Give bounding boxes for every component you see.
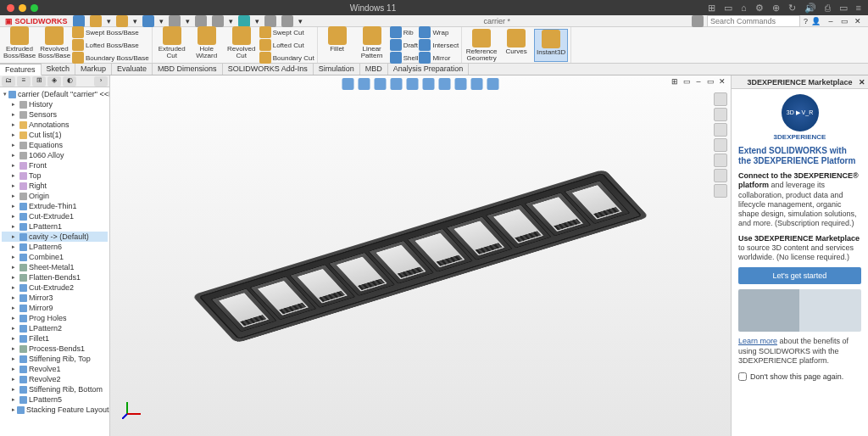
lofted-boss-button[interactable]: Lofted Boss/Base (72, 39, 149, 51)
tree-node[interactable]: ▸Cut list(1) (2, 130, 108, 140)
tree-node[interactable]: ▸LPattern6 (2, 242, 108, 252)
mp-get-started-button[interactable]: Let's get started (738, 267, 861, 284)
fillet-button[interactable]: Fillet (320, 26, 354, 64)
tab-markup[interactable]: Markup (75, 64, 112, 75)
home-icon[interactable] (73, 15, 85, 27)
tree-node[interactable]: ▸History (2, 99, 108, 109)
hole-wizard-button[interactable]: Hole Wizard (190, 26, 224, 64)
zoom-fit-icon[interactable] (342, 78, 354, 90)
tree-node[interactable]: ▸Cut-Extrude2 (2, 282, 108, 293)
fm-tab-tree-icon[interactable]: 🗂 (2, 76, 15, 87)
mac-icon[interactable]: ↻ (788, 3, 796, 14)
mac-icon[interactable]: ≡ (856, 3, 861, 14)
minimize-button[interactable]: – (826, 17, 836, 25)
rib-button[interactable]: Rib (390, 26, 419, 38)
save-icon[interactable] (142, 15, 154, 27)
vp-min-icon[interactable]: – (693, 77, 704, 87)
tree-node[interactable]: ▸1060 Alloy (2, 150, 108, 160)
tree-node[interactable]: ▸Revolve1 (2, 364, 108, 374)
tree-node[interactable]: ▸Process-Bends1 (2, 344, 108, 354)
tree-node[interactable]: ▸Stiffening Rib, Top (2, 354, 108, 364)
tree-node[interactable]: ▸Flatten-Bends1 (2, 272, 108, 282)
tree-node[interactable]: ▸Extrude-Thin1 (2, 201, 108, 211)
boundary-boss-button[interactable]: Boundary Boss/Base (72, 52, 149, 64)
tree-node[interactable]: ▸Front (2, 160, 108, 170)
tree-node[interactable]: ▸Mirror9 (2, 303, 108, 313)
max-dot[interactable] (31, 4, 38, 12)
new-icon[interactable] (90, 15, 102, 27)
tp-design-lib-icon[interactable] (714, 108, 727, 121)
tab-simulation[interactable]: Simulation (314, 64, 360, 75)
tree-node[interactable]: ▸Origin (2, 191, 108, 201)
restore-button[interactable]: ▭ (839, 17, 849, 25)
tree-node[interactable]: ▸cavity -> (Default) (2, 232, 108, 242)
tree-node[interactable]: ▸Right (2, 181, 108, 191)
curves-button[interactable]: Curves (499, 29, 533, 62)
tree-node[interactable]: ▸Prog Holes (2, 313, 108, 323)
tree-node[interactable]: ▸Sensors (2, 109, 108, 120)
tab-analysis[interactable]: Analysis Preparation (388, 64, 470, 75)
apply-scene-icon[interactable] (471, 78, 483, 90)
tree-node[interactable]: ▸Fillet1 (2, 333, 108, 344)
fm-tab-dim-icon[interactable]: ◈ (47, 76, 61, 87)
mp-checkbox[interactable] (738, 372, 747, 381)
mac-icon[interactable]: ⊕ (772, 3, 780, 14)
print-icon[interactable] (169, 15, 181, 27)
tp-forum-icon[interactable] (714, 184, 727, 198)
tree-node[interactable]: ▸Combine1 (2, 252, 108, 262)
tab-sketch[interactable]: Sketch (42, 64, 76, 75)
tree-node[interactable]: ▸Stacking Feature Layout (2, 405, 108, 415)
fm-tab-expand-icon[interactable]: › (94, 76, 108, 87)
feature-tree[interactable]: ▾carrier (Default "carrier" <<Default>..… (0, 87, 109, 436)
tree-node[interactable]: ▸LPattern1 (2, 221, 108, 232)
prev-view-icon[interactable] (375, 78, 387, 90)
mirror-button[interactable]: Mirror (419, 52, 459, 64)
mac-icon[interactable]: ⚙ (755, 3, 764, 14)
tree-node[interactable]: ▸Sheet-Metal1 (2, 262, 108, 272)
swept-boss-button[interactable]: Swept Boss/Base (72, 26, 149, 38)
graphics-viewport[interactable]: ⊞ ▭ – ▭ ✕ (110, 75, 731, 436)
boundary-cut-button[interactable]: Boundary Cut (259, 52, 314, 64)
edit-appearance-icon[interactable] (455, 78, 467, 90)
vp-close-icon[interactable]: ✕ (717, 77, 727, 87)
open-icon[interactable] (116, 15, 128, 27)
tab-mbd[interactable]: MBD (360, 64, 388, 75)
tab-evaluate[interactable]: Evaluate (112, 64, 153, 75)
zoom-area-icon[interactable] (359, 78, 370, 90)
vp-split-icon[interactable]: ⊞ (670, 77, 680, 87)
tree-node[interactable]: ▸LPattern2 (2, 323, 108, 333)
close-button[interactable]: ✕ (853, 17, 863, 25)
mac-icon[interactable]: ⌂ (741, 3, 747, 14)
mac-icon[interactable]: ⎙ (825, 3, 831, 14)
tree-node[interactable]: ▸Equations (2, 140, 108, 150)
display-style-icon[interactable] (423, 78, 435, 90)
fm-tab-display-icon[interactable]: ◐ (63, 76, 76, 87)
section-view-icon[interactable] (391, 78, 403, 90)
wrap-button[interactable]: Wrap (419, 26, 459, 38)
mac-icon[interactable]: ▭ (724, 3, 732, 14)
tree-node[interactable]: ▸Cut-Extrude1 (2, 211, 108, 221)
mp-dont-show-check[interactable]: Don't show this page again. (738, 372, 861, 381)
tab-features[interactable]: Features (0, 64, 42, 75)
draft-button[interactable]: Draft (390, 39, 419, 51)
mac-icon[interactable]: ⊞ (708, 3, 715, 14)
tree-node[interactable]: ▸Top (2, 170, 108, 181)
tp-view-palette-icon[interactable] (714, 138, 727, 152)
revolved-boss-button[interactable]: Revolved Boss/Base (37, 26, 71, 64)
swept-cut-button[interactable]: Swept Cut (259, 26, 314, 38)
redo-icon[interactable] (212, 15, 224, 27)
extruded-cut-button[interactable]: Extruded Cut (155, 26, 189, 64)
mac-icon[interactable]: ▭ (839, 3, 848, 14)
mp-learn-more-link[interactable]: Learn more (738, 337, 777, 345)
min-dot[interactable] (19, 4, 26, 12)
mp-close-button[interactable]: ✕ (859, 78, 865, 87)
view-orient-icon[interactable] (407, 78, 419, 90)
tree-root[interactable]: ▾carrier (Default "carrier" <<Default>..… (2, 89, 108, 99)
hide-show-icon[interactable] (439, 78, 451, 90)
tab-addins[interactable]: SOLIDWORKS Add-Ins (223, 64, 314, 75)
search-input[interactable] (707, 15, 800, 27)
vp-full-icon[interactable]: ▭ (682, 77, 692, 87)
tree-node[interactable]: ▸Revolve2 (2, 374, 108, 384)
intersect-button[interactable]: Intersect (419, 39, 459, 51)
fm-tab-property-icon[interactable]: ≡ (17, 76, 31, 87)
